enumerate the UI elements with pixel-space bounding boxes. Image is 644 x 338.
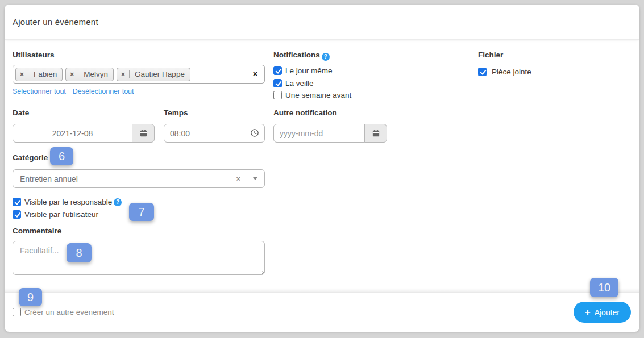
- time-label: Temps: [164, 109, 188, 117]
- other-notification-label: Autre notification: [273, 109, 337, 117]
- date-input[interactable]: [13, 124, 132, 143]
- notifications-label-text: Notifications: [273, 51, 320, 59]
- user-tag-label: Melvyn: [78, 70, 113, 78]
- other-notification-input[interactable]: [273, 124, 365, 143]
- checkbox-visible-manager[interactable]: Visible par le responsable ?: [13, 198, 122, 206]
- remove-tag-icon[interactable]: ×: [66, 70, 78, 78]
- checkbox-week-before[interactable]: Une semaine avant: [273, 91, 351, 99]
- panel-footer: Créer un autre événement + Ajouter: [5, 292, 639, 332]
- notifications-help-icon[interactable]: ?: [322, 53, 330, 61]
- plus-icon: +: [585, 307, 591, 317]
- remove-tag-icon[interactable]: ×: [16, 70, 28, 78]
- step-badge-7: 7: [129, 203, 154, 221]
- step-badge-8: 8: [67, 243, 92, 262]
- step-badge-9: 9: [19, 288, 42, 306]
- checkbox-checked-icon: [273, 66, 282, 75]
- clear-users-icon[interactable]: ×: [253, 69, 257, 78]
- checkbox-day-before[interactable]: La veille: [273, 79, 314, 87]
- user-tag: × Fabien: [15, 68, 63, 81]
- user-tag: × Gautier Happe: [117, 68, 190, 81]
- panel-header: Ajouter un évènement: [5, 5, 639, 40]
- other-notification-picker-button[interactable]: [364, 124, 387, 143]
- remove-tag-icon[interactable]: ×: [117, 70, 130, 78]
- users-label: Utilisateurs: [13, 51, 55, 59]
- date-label: Date: [13, 109, 29, 117]
- checkbox-create-another[interactable]: Créer un autre événement: [13, 308, 114, 316]
- user-tag-label: Gautier Happe: [130, 70, 190, 78]
- date-picker-button[interactable]: [132, 124, 155, 143]
- add-event-panel: Ajouter un évènement Utilisateurs × Fabi…: [5, 5, 639, 332]
- users-multiselect[interactable]: × Fabien × Melvyn × Gautier Happe ×: [13, 65, 265, 84]
- deselect-all-link[interactable]: Désélectionner tout: [73, 87, 134, 95]
- checkbox-checked-icon: [13, 210, 21, 219]
- category-selected-value: Entretien annuel: [20, 174, 236, 183]
- checkbox-checked-icon: [13, 198, 21, 206]
- select-all-link[interactable]: Sélectionner tout: [13, 87, 66, 95]
- checkbox-checked-icon: [273, 79, 282, 87]
- checkbox-attachment[interactable]: Pièce jointe: [478, 68, 531, 76]
- chevron-down-icon: [253, 177, 257, 180]
- comment-label: Commentaire: [13, 227, 61, 235]
- file-label: Fichier: [478, 51, 503, 59]
- page-title: Ajouter un évènement: [13, 17, 98, 27]
- user-tag: × Melvyn: [65, 68, 114, 81]
- clock-icon: [250, 128, 259, 137]
- add-button-label: Ajouter: [595, 308, 620, 317]
- category-select[interactable]: Entretien annuel ×: [13, 169, 265, 188]
- checkbox-same-day[interactable]: Le jour même: [273, 66, 333, 75]
- step-badge-6: 6: [50, 147, 73, 165]
- checkbox-unchecked-icon: [13, 308, 21, 316]
- notifications-label: Notifications?: [273, 51, 330, 61]
- checkbox-visible-user[interactable]: Visible par l'utilisateur: [13, 210, 98, 219]
- checkbox-unchecked-icon: [273, 91, 282, 99]
- clear-category-icon[interactable]: ×: [236, 174, 240, 183]
- visible-manager-help-icon[interactable]: ?: [114, 198, 122, 206]
- user-tag-label: Fabien: [28, 70, 62, 78]
- add-button[interactable]: + Ajouter: [574, 302, 631, 323]
- checkbox-checked-icon: [478, 68, 487, 76]
- calendar-icon: [139, 129, 148, 137]
- step-badge-10: 10: [590, 278, 618, 297]
- calendar-icon: [372, 129, 380, 137]
- comment-textarea[interactable]: [13, 241, 265, 275]
- category-label: Catégorie: [13, 153, 48, 162]
